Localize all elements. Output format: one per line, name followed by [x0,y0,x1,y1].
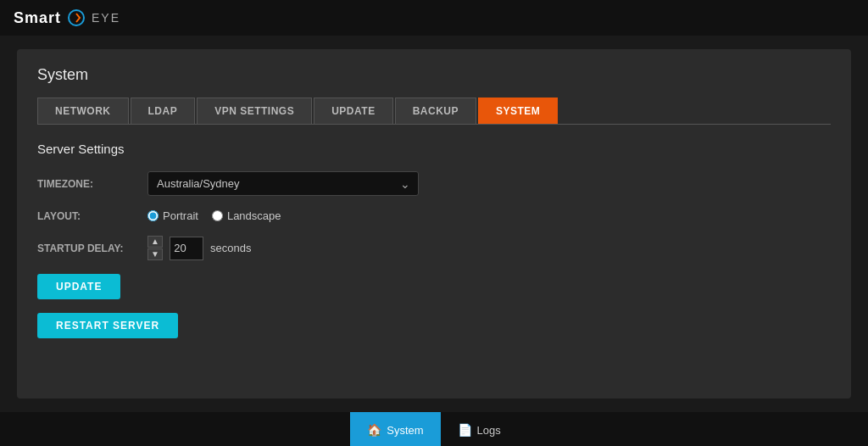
layout-portrait-radio[interactable] [147,210,159,221]
layout-row: LAYOUT: Portrait Landscape [37,209,831,222]
tab-ldap[interactable]: LDAP [131,98,196,124]
tab-update[interactable]: UPDATE [314,98,392,124]
system-bottom-icon: 🏠 [367,423,381,437]
tab-network[interactable]: NETWORK [37,98,129,124]
startup-delay-label: STARTUP DELAY: [37,243,147,254]
startup-delay-unit: seconds [210,242,251,254]
main-content: System NETWORK LDAP VPN SETTINGS UPDATE … [0,36,868,412]
startup-delay-row: STARTUP DELAY: ▲ ▼ seconds [37,236,831,260]
tab-system[interactable]: SYSTEM [478,98,558,124]
bottom-tab-system-label: System [387,424,423,437]
layout-radio-group: Portrait Landscape [147,209,453,222]
layout-landscape-label: Landscape [227,209,281,222]
logo-icon [67,8,86,27]
startup-delay-control: ▲ ▼ seconds [147,236,453,260]
timezone-control: Australia/Sydney [147,171,453,196]
layout-landscape-option[interactable]: Landscape [212,209,281,222]
bottom-tab-logs-label: Logs [477,424,501,437]
logo: Smart EYE [14,8,120,27]
layout-label: LAYOUT: [37,210,147,222]
timezone-label: TIMEZONE: [37,178,147,190]
tabs-container: NETWORK LDAP VPN SETTINGS UPDATE BACKUP … [37,98,831,125]
spinner-up-button[interactable]: ▲ [147,236,163,248]
spinner-down-button[interactable]: ▼ [147,248,163,260]
restart-server-button[interactable]: RESTART SERVER [37,313,178,338]
timezone-select[interactable]: Australia/Sydney [147,171,419,196]
logs-bottom-icon: 📄 [458,423,472,437]
tab-vpn-settings[interactable]: VPN SETTINGS [197,98,312,124]
card: System NETWORK LDAP VPN SETTINGS UPDATE … [17,49,851,399]
bottom-tab-logs[interactable]: 📄 Logs [441,412,518,446]
timezone-row: TIMEZONE: Australia/Sydney [37,171,831,196]
bottom-bar: 🏠 System 📄 Logs [0,412,868,446]
navbar: Smart EYE [0,0,868,36]
section-title: Server Settings [37,142,831,156]
card-title: System [37,66,831,84]
timezone-select-wrapper: Australia/Sydney [147,171,419,196]
spinner-wrapper: ▲ ▼ seconds [147,236,453,260]
tab-backup[interactable]: BACKUP [395,98,476,124]
layout-portrait-label: Portrait [163,209,198,222]
svg-point-0 [69,10,84,25]
bottom-tab-system[interactable]: 🏠 System [350,412,440,446]
startup-delay-input[interactable] [170,237,203,260]
spinner-controls: ▲ ▼ [147,236,163,260]
logo-eye-text: EYE [92,11,120,25]
update-button[interactable]: UPDATE [37,274,120,299]
layout-landscape-radio[interactable] [212,210,223,221]
logo-smart-text: Smart [14,9,61,27]
layout-portrait-option[interactable]: Portrait [147,209,198,222]
